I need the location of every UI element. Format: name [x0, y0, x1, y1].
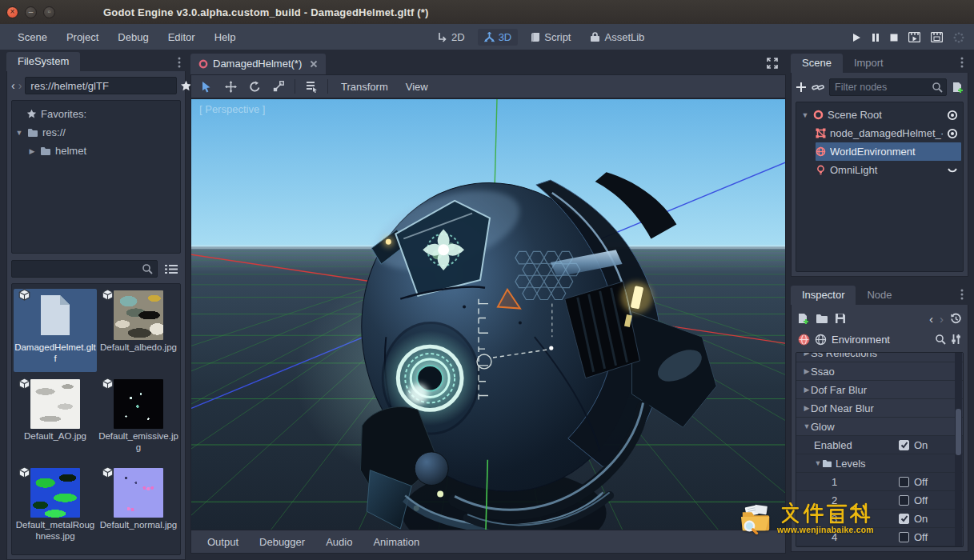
stop-button[interactable] [890, 34, 898, 42]
visibility-visible-icon[interactable] [947, 110, 958, 121]
tab-animation[interactable]: Animation [363, 533, 429, 551]
scrollbar-thumb[interactable] [956, 409, 961, 455]
spatial-scene-icon [198, 59, 208, 69]
mode-2d-button[interactable]: 2D [431, 29, 471, 46]
node-omnilight[interactable]: OmniLight [816, 161, 961, 179]
add-node-button[interactable] [796, 82, 807, 93]
tree-item-helmet[interactable]: ▶ helmet [15, 142, 177, 160]
list-view-toggle-button[interactable] [162, 264, 181, 274]
scale-tool-button[interactable] [268, 77, 289, 96]
move-tool-button[interactable] [220, 77, 241, 96]
expand-viewport-icon[interactable] [767, 58, 778, 69]
file-default-normal[interactable]: Default_normal.jpg [97, 466, 180, 550]
dock-menu-icon[interactable] [960, 289, 964, 302]
mode-3d-button[interactable]: 3D [478, 29, 519, 46]
chevron-down-icon[interactable]: ▼ [15, 129, 23, 137]
checkbox-level-2[interactable] [899, 495, 909, 506]
attach-script-button[interactable] [952, 82, 964, 94]
menu-editor[interactable]: Editor [158, 28, 205, 46]
save-resource-button[interactable] [835, 313, 846, 324]
menu-debug[interactable]: Debug [108, 28, 158, 46]
play-button[interactable] [852, 33, 861, 42]
property-dof-far-blur[interactable]: ▶ Dof Far Blur [796, 381, 963, 399]
viewport-toolbar: Transform View [190, 74, 786, 98]
visibility-visible-icon[interactable] [947, 128, 958, 139]
file-default-emissive[interactable]: Default_emissive.jpg [97, 378, 180, 461]
view-menu[interactable]: View [399, 78, 435, 95]
node-damagedhelmet-mesh[interactable]: node_damagedHelmet_- [816, 124, 961, 142]
inspector-scrollbar[interactable] [955, 353, 962, 546]
file-damagedhelmet-gltf[interactable]: DamagedHelmet.gltf [14, 289, 97, 372]
checkbox-glow-enabled[interactable] [899, 440, 909, 450]
filesystem-dock: FileSystem ‹ › Favorites: ▼ [6, 52, 186, 552]
tab-import[interactable]: Import [843, 54, 895, 73]
property-dof-near-blur[interactable]: ▶ Dof Near Blur [796, 399, 963, 418]
menu-project[interactable]: Project [57, 28, 108, 46]
checkbox-level-4[interactable] [899, 532, 909, 542]
checkbox-level-1[interactable] [899, 477, 909, 487]
menu-scene[interactable]: Scene [8, 28, 57, 46]
3d-icon [484, 32, 495, 42]
window-close-button[interactable]: × [6, 6, 18, 18]
tab-node[interactable]: Node [856, 286, 903, 305]
3d-viewport[interactable]: [ Perspective ] [190, 98, 786, 530]
tab-debugger[interactable]: Debugger [250, 533, 315, 551]
dock-menu-icon[interactable] [960, 57, 964, 70]
file-default-albedo[interactable]: Default_albedo.jpg [97, 289, 180, 372]
mode-script-button[interactable]: Script [524, 29, 577, 46]
file-default-ao[interactable]: Default_AO.jpg [14, 378, 97, 461]
tab-output[interactable]: Output [198, 533, 248, 551]
history-back-button[interactable]: ‹ [11, 79, 15, 92]
property-ss-reflections[interactable]: ▶ Ss Reflections [796, 352, 963, 362]
tree-item-favorites[interactable]: Favorites: [15, 105, 177, 123]
tab-audio[interactable]: Audio [316, 533, 362, 551]
new-resource-button[interactable] [797, 313, 809, 325]
tab-scene[interactable]: Scene [791, 54, 843, 73]
select-tool-button[interactable] [196, 77, 217, 96]
instance-scene-button[interactable] [812, 82, 824, 93]
window-maximize-button[interactable]: ▫ [43, 6, 55, 18]
inspector-back-button[interactable]: ‹ [929, 312, 933, 326]
node-worldenvironment[interactable]: WorldEnvironment [816, 142, 961, 161]
property-glow-levels[interactable]: ▼ Levels [796, 454, 963, 473]
environment-object-icon [798, 334, 810, 346]
file-search-input[interactable] [11, 260, 158, 278]
mode-assetlib-button[interactable]: AssetLib [583, 29, 651, 46]
object-tools-icon[interactable] [951, 334, 961, 345]
history-forward-button[interactable]: › [18, 79, 22, 92]
transform-menu[interactable]: Transform [334, 78, 395, 95]
list-select-tool-button[interactable] [301, 77, 322, 96]
scene-tree: ▼ Scene Root node_damagedHelmet_- [796, 102, 964, 272]
node-scene-root[interactable]: ▼ Scene Root [798, 106, 961, 124]
property-ssao[interactable]: ▶ Ssao [796, 362, 963, 381]
dock-menu-icon[interactable] [178, 57, 181, 70]
file-grid: DamagedHelmet.gltf Default_albedo.jpg De… [11, 283, 181, 555]
inspector-forward-button[interactable]: › [940, 312, 944, 326]
file-default-metalroughness[interactable]: Default_metalRoughness.jpg [14, 466, 97, 550]
perspective-label[interactable]: [ Perspective ] [199, 103, 265, 115]
tree-item-res-root[interactable]: ▼ res:// [15, 123, 177, 142]
search-icon[interactable] [935, 334, 946, 345]
tab-inspector[interactable]: Inspector [791, 286, 856, 305]
progress-spinner-icon [953, 32, 964, 43]
close-tab-icon[interactable] [310, 60, 318, 68]
chevron-right-icon[interactable]: ▶ [28, 147, 36, 155]
pause-button[interactable] [872, 33, 880, 42]
path-input[interactable] [25, 77, 177, 94]
scene-tab-damagedhelmet[interactable]: DamagedHelmet(*) [190, 54, 326, 74]
visibility-hidden-icon[interactable] [947, 165, 958, 176]
menu-help[interactable]: Help [205, 28, 246, 46]
workspace: FileSystem ‹ › Favorites: ▼ [0, 50, 974, 560]
window-minimize-button[interactable]: – [25, 6, 37, 18]
load-resource-button[interactable] [816, 314, 828, 324]
property-glow[interactable]: ▼ Glow [796, 418, 963, 436]
play-custom-scene-button[interactable] [931, 32, 943, 42]
checkbox-level-3[interactable] [899, 514, 909, 524]
play-scene-button[interactable] [908, 32, 920, 42]
tab-filesystem[interactable]: FileSystem [6, 52, 80, 71]
filter-nodes-input[interactable] [830, 79, 946, 95]
chevron-down-icon[interactable]: ▼ [801, 111, 809, 119]
titlebar: × – ▫ Godot Engine v3.0.alpha.custom_bui… [0, 0, 974, 24]
history-icon[interactable] [950, 313, 962, 325]
rotate-tool-button[interactable] [244, 77, 265, 96]
